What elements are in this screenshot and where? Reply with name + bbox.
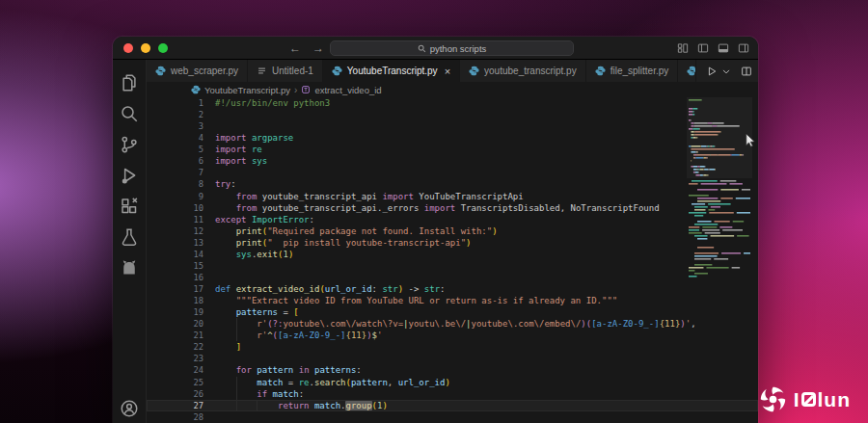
activity-extensions-icon[interactable] — [113, 191, 147, 222]
tab-label: web_scraper.py — [171, 66, 238, 76]
activity-search-icon[interactable] — [113, 98, 147, 129]
line-number: 21 — [147, 330, 215, 340]
line-number: 18 — [147, 296, 215, 305]
customize-layout-icon[interactable] — [677, 42, 689, 54]
code-line: 17def extract_video_id(url_or_id: str) -… — [147, 283, 758, 295]
code-text: sys.exit(1) — [215, 250, 293, 259]
brand-name: Ilun — [794, 388, 851, 411]
code-text: for pattern in patterns: — [215, 365, 362, 375]
breadcrumb-symbol[interactable]: extract_video_id — [314, 85, 381, 95]
line-number: 23 — [147, 354, 215, 363]
minimap[interactable] — [687, 97, 752, 423]
code-line: 22 ] — [147, 341, 758, 353]
code-text: print(" pip install youtube-transcript-a… — [215, 238, 472, 248]
activity-source-control-icon[interactable] — [113, 129, 147, 160]
code-line: 14 sys.exit(1) — [147, 249, 758, 260]
line-number: 10 — [147, 203, 215, 213]
code-line: 16 — [147, 272, 758, 283]
code-text: patterns = [ — [215, 307, 299, 317]
tab-untitled-1[interactable]: Untitled-1 — [248, 60, 323, 82]
code-text: print("Required package not found. Insta… — [215, 226, 498, 236]
tab-file-splitter-py[interactable]: file_splitter.py — [586, 60, 679, 82]
minimap-viewport — [687, 97, 752, 178]
minimize-window-button[interactable] — [141, 43, 150, 53]
tab-label: file_splitter.py — [610, 66, 669, 76]
toggle-panel-icon[interactable] — [718, 42, 729, 54]
traffic-lights — [123, 43, 168, 53]
toggle-primary-sidebar-icon[interactable] — [697, 42, 709, 54]
split-editor-button[interactable] — [741, 66, 752, 77]
vscode-window: ← → python scripts web_scraper.pyUntitle… — [113, 37, 758, 423]
code-text: from youtube_transcript_api._errors impo… — [215, 203, 660, 213]
code-text: import argparse — [215, 133, 293, 143]
python-icon — [687, 66, 696, 76]
search-icon — [418, 44, 426, 53]
breadcrumb-file[interactable]: YoutubeTranscript.py — [204, 85, 290, 95]
editor-actions — [696, 60, 758, 82]
code-line: 8try: — [147, 178, 758, 190]
line-number: 19 — [147, 307, 215, 317]
code-text: from youtube_transcript_api import YouTu… — [215, 192, 524, 201]
line-number: 11 — [147, 215, 215, 225]
tab-web-scraper-py[interactable]: web_scraper.py — [147, 60, 248, 82]
code-text: def extract_video_id(url_or_id: str) -> … — [215, 284, 446, 294]
line-number: 15 — [147, 261, 215, 271]
code-line: 2 — [147, 109, 758, 120]
code-text: match = re.search(pattern, url_or_id) — [215, 378, 450, 387]
code-text: import sys — [215, 156, 267, 166]
activity-explorer-icon[interactable] — [113, 67, 147, 98]
activity-account-icon[interactable] — [113, 393, 147, 423]
brand-swirl-icon — [759, 385, 787, 413]
line-number: 27 — [147, 401, 215, 410]
nav-back-button[interactable]: ← — [289, 41, 301, 55]
line-number: 12 — [147, 226, 215, 236]
tab-fil[interactable]: fil — [678, 60, 696, 82]
code-line: 27 return match.group(1) — [147, 400, 758, 411]
command-center-search[interactable]: python scripts — [330, 40, 574, 56]
mouse-cursor — [744, 133, 758, 147]
python-icon — [155, 66, 166, 76]
code-text: import re — [215, 145, 262, 154]
editor-area[interactable]: 1#!/usr/bin/env python3234import argpars… — [147, 97, 758, 423]
close-window-button[interactable] — [123, 43, 133, 53]
tab-label: YoutubeTranscript.py — [347, 66, 438, 76]
symbol-method-icon — [301, 85, 311, 94]
code-text: except ImportError: — [215, 215, 314, 225]
code-text: """Extract video ID from YouTube URL or … — [215, 296, 617, 305]
line-number: 9 — [147, 192, 215, 201]
tab-youtubetranscript-py[interactable]: YoutubeTranscript.py× — [323, 60, 460, 82]
tab-label: youtube_transcript.py — [484, 66, 577, 76]
activity-testing-icon[interactable] — [113, 222, 147, 252]
code-line: 10 from youtube_transcript_api._errors i… — [147, 202, 758, 214]
tab-youtube-transcript-py[interactable]: youtube_transcript.py — [460, 60, 586, 82]
line-number: 24 — [147, 365, 215, 375]
line-number: 4 — [147, 133, 215, 143]
textfile-icon — [257, 66, 267, 76]
close-tab-icon[interactable]: × — [445, 66, 450, 77]
tab-label: Untitled-1 — [272, 66, 313, 76]
activity-copilot-cat-icon[interactable] — [113, 252, 147, 283]
python-icon — [469, 66, 479, 76]
code-line: 28 — [147, 411, 758, 423]
line-number: 16 — [147, 273, 215, 282]
code-line: 23 — [147, 353, 758, 364]
line-number: 7 — [147, 168, 215, 177]
line-number: 8 — [147, 179, 215, 189]
activity-run-debug-icon[interactable] — [113, 160, 147, 191]
line-number: 20 — [147, 319, 215, 329]
breadcrumb: YoutubeTranscript.py › extract_video_id — [147, 82, 758, 97]
line-number: 28 — [147, 412, 215, 422]
toggle-secondary-sidebar-icon[interactable] — [738, 42, 749, 54]
run-button[interactable] — [706, 66, 718, 77]
code-line: 3 — [147, 120, 758, 132]
code-line: 26 if match: — [147, 388, 758, 400]
line-number: 5 — [147, 145, 215, 154]
line-number: 2 — [147, 110, 215, 119]
chevron-right-icon: › — [294, 85, 297, 95]
zoom-window-button[interactable] — [158, 43, 168, 53]
nav-forward-button[interactable]: → — [312, 41, 324, 55]
run-dropdown-button[interactable] — [720, 66, 732, 77]
search-text: python scripts — [430, 43, 487, 54]
code-line: 21 r'^([a-zA-Z0-9_-]{11})$' — [147, 330, 758, 341]
code-line: 6import sys — [147, 155, 758, 167]
